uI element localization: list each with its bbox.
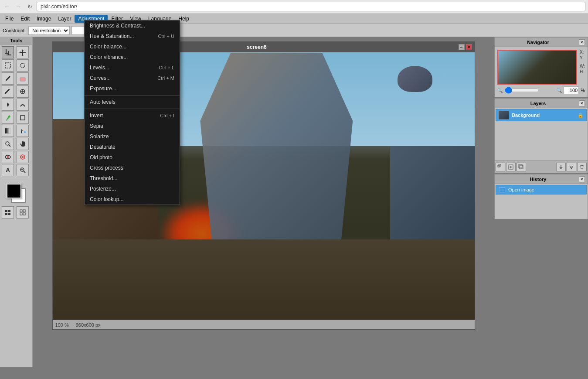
canvas-controls: – ✕	[459, 44, 472, 50]
constraint-select[interactable]: No restriction Proportional Square	[28, 26, 70, 35]
navigator-close[interactable]: ✕	[579, 39, 585, 45]
tools-header: Tools	[0, 37, 32, 44]
delete-layer-btn[interactable]	[577, 163, 587, 171]
url-bar[interactable]	[37, 2, 585, 11]
menu-layer[interactable]: Layer	[54, 15, 75, 23]
svg-rect-24	[8, 213, 10, 215]
menu-edit[interactable]: Edit	[17, 15, 33, 23]
old-photo-item[interactable]: Old photo	[85, 152, 180, 163]
posterize-item[interactable]: Posterize...	[85, 184, 180, 194]
heal-tool[interactable]	[17, 151, 29, 163]
duplicate-layer-btn[interactable]	[517, 163, 526, 171]
history-item-name: Open image	[508, 187, 534, 192]
back-button[interactable]: ←	[3, 2, 11, 11]
hand-tool[interactable]	[17, 138, 29, 150]
sepia-item[interactable]: Sepia	[85, 121, 180, 131]
gradient-tool[interactable]	[2, 125, 14, 137]
curves-item[interactable]: Curves... Ctrl + M	[85, 73, 180, 83]
history-content: Open image	[495, 184, 588, 219]
blur-magnify-tool[interactable]	[17, 164, 29, 176]
grid-tool-1[interactable]	[2, 206, 14, 219]
svg-point-16	[7, 156, 9, 158]
brush-tool[interactable]	[2, 85, 14, 98]
layers-header: Layers ✕	[495, 99, 588, 108]
levels-shortcut: Ctrl + L	[159, 65, 174, 70]
shape-tool[interactable]	[17, 112, 29, 124]
history-title: History	[497, 177, 579, 182]
text-tool[interactable]: A	[2, 164, 14, 176]
history-item-icon	[499, 187, 506, 193]
right-panels: Navigator ✕ X: Y:	[494, 37, 588, 367]
zoom-slider[interactable]	[504, 87, 539, 94]
svg-point-13	[6, 142, 9, 145]
history-header: History ✕	[495, 174, 588, 184]
clone-tool[interactable]	[17, 85, 29, 98]
refresh-button[interactable]: ↻	[25, 2, 34, 11]
layer-thumbnail	[499, 111, 509, 120]
marquee-select[interactable]	[2, 59, 14, 72]
new-layer-btn[interactable]	[506, 163, 516, 171]
zoom-slider-container	[504, 87, 555, 94]
svg-rect-10	[20, 116, 25, 120]
svg-rect-22	[8, 210, 10, 212]
invert-item[interactable]: Invert Ctrl + I	[85, 110, 180, 121]
zoom-out-icon: 🔍	[497, 88, 503, 93]
color-boxes	[7, 184, 26, 203]
redeye-tool[interactable]	[2, 151, 14, 163]
history-open-image[interactable]: Open image	[496, 185, 587, 195]
zoom-tool[interactable]	[2, 138, 14, 150]
grid-tool-2[interactable]	[17, 206, 29, 219]
color-balance-item[interactable]: Color balance...	[85, 41, 180, 52]
svg-rect-28	[23, 213, 25, 215]
merge-visible-btn[interactable]	[567, 163, 576, 171]
auto-levels-item[interactable]: Auto levels	[85, 97, 180, 107]
layers-close[interactable]: ✕	[579, 100, 585, 106]
navigator-panel: Navigator ✕ X: Y:	[494, 37, 588, 97]
menu-image[interactable]: Image	[33, 15, 54, 23]
navigator-coords: X: Y: W: H:	[580, 50, 585, 74]
svg-rect-25	[20, 210, 22, 212]
lasso-select[interactable]	[17, 59, 29, 72]
browser-chrome: ← → ↻	[0, 0, 588, 14]
merge-down-btn[interactable]	[556, 163, 566, 171]
cross-process-item[interactable]: Cross process	[85, 163, 180, 173]
zoom-input[interactable]	[564, 86, 579, 94]
separator-2	[85, 109, 180, 109]
navigator-header: Navigator ✕	[495, 38, 588, 47]
constraint-label: Constraint:	[3, 28, 26, 33]
color-vibrance-item[interactable]: Color vibrance...	[85, 52, 180, 62]
color-lookup-item[interactable]: Color lookup...	[85, 194, 180, 205]
layers-title: Layers	[497, 101, 579, 106]
dodge-tool[interactable]	[2, 99, 14, 111]
desaturate-item[interactable]: Desaturate	[85, 142, 180, 152]
curves-shortcut: Ctrl + M	[157, 75, 174, 81]
solarize-item[interactable]: Solarize	[85, 131, 180, 142]
eyedropper-tool[interactable]	[2, 112, 14, 124]
x-label: X:	[580, 50, 584, 55]
history-close[interactable]: ✕	[579, 176, 585, 182]
svg-rect-27	[20, 213, 22, 215]
hue-saturation-item[interactable]: Hue & Saturation... Ctrl + U	[85, 31, 180, 41]
threshold-item[interactable]: Threshold...	[85, 173, 180, 184]
new-group-btn[interactable]	[496, 163, 505, 171]
invert-shortcut: Ctrl + I	[160, 113, 174, 118]
svg-point-12	[24, 131, 26, 133]
layer-background[interactable]: Background 🔒	[496, 109, 587, 121]
exposure-item[interactable]: Exposure...	[85, 83, 180, 94]
navigator-content: X: Y: W: H:	[495, 47, 588, 97]
canvas-minimize[interactable]: –	[459, 44, 465, 50]
smudge-tool[interactable]	[17, 99, 29, 111]
forward-button[interactable]: →	[14, 2, 23, 11]
bottom-tools-grid	[0, 205, 32, 220]
brightness-contrast-item[interactable]: Brightness & Contrast...	[85, 20, 180, 31]
eraser-tool[interactable]	[17, 72, 29, 85]
canvas-close[interactable]: ✕	[466, 44, 472, 50]
move-tool[interactable]	[17, 46, 29, 58]
paint-bucket-tool[interactable]	[17, 125, 29, 137]
pencil-tool[interactable]	[2, 72, 14, 85]
crop-tool[interactable]	[2, 46, 14, 58]
levels-item[interactable]: Levels... Ctrl + L	[85, 62, 180, 73]
foreground-color[interactable]	[7, 184, 21, 198]
menu-file[interactable]: File	[2, 15, 17, 23]
svg-rect-6	[20, 78, 25, 81]
